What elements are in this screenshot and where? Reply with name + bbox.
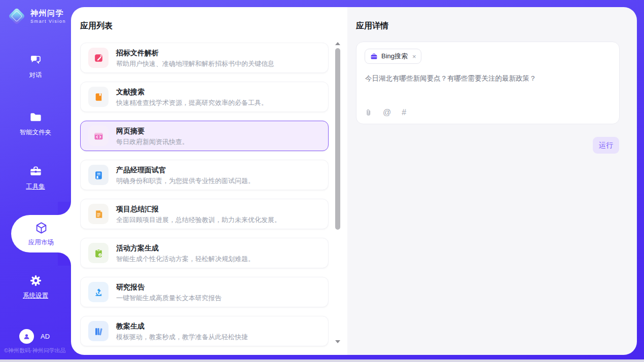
prompt-input[interactable]: Bing搜索 × 今日湖北有哪些新闻要点？有哪些需要关注的最新政策？ @ # (356, 42, 620, 124)
app-card-literature-search[interactable]: 文献搜索快速精准查找学术资源，提高研究效率的必备工具。 (80, 82, 329, 112)
app-card-description: 一键智能生成高质量长文本研究报告 (116, 295, 222, 301)
app-card-description: 帮助用户快速、准确地理解和解析招标书中的关键信息 (116, 60, 274, 67)
mention-icon[interactable]: @ (383, 108, 391, 117)
app-card-event-plan[interactable]: 活动方案生成智能生成个性化活动方案，轻松解决规划难题。 (80, 238, 329, 268)
sidebar-item-label: 对话 (29, 71, 42, 80)
app-list-panel: 应用列表 招标文件解析帮助用户快速、准确地理解和解析招标书中的关键信息文献搜索快… (71, 7, 347, 355)
toolbox-icon (29, 165, 43, 178)
microscope-icon (88, 282, 109, 302)
tool-tag-label: Bing搜索 (381, 52, 408, 61)
sidebar-item-label: 智能文件夹 (20, 128, 52, 137)
app-card-description: 全面回顾项目进展，总结经验教训，助力未来优化发展。 (116, 216, 281, 223)
prompt-text[interactable]: 今日湖北有哪些新闻要点？有哪些需要关注的最新政策？ (365, 74, 612, 83)
app-card-research-report[interactable]: 研究报告一键智能生成高质量长文本研究报告 (80, 277, 329, 307)
run-button[interactable]: 运行 (593, 137, 619, 154)
brand-logo: 神州问学 Smart Vision (8, 7, 66, 25)
note-icon (88, 204, 109, 224)
resume-icon (88, 165, 109, 185)
sidebar: 神州问学 Smart Vision 对话智能文件夹工具集应用市场系统设置 AD … (0, 0, 71, 362)
app-card-project-summary[interactable]: 项目总结汇报全面回顾项目进展，总结经验教训，助力未来优化发展。 (80, 199, 329, 229)
app-card-description: 模板驱动，教案秒成，教学准备从此轻松快捷 (116, 334, 248, 340)
sidebar-item-label: 系统设置 (23, 292, 48, 300)
app-window: 神州问学 Smart Vision 对话智能文件夹工具集应用市场系统设置 AD … (0, 0, 644, 362)
scroll-down-arrow-icon[interactable] (335, 340, 340, 343)
app-card-title: 项目总结汇报 (116, 205, 281, 212)
book-icon (88, 87, 109, 107)
app-card-title: 产品经理面试官 (116, 166, 255, 173)
copyright-text: ©神州数码·神州问学出品 (4, 347, 66, 354)
app-detail-title: 应用详情 (356, 21, 388, 31)
active-tab-curve-bottom (58, 252, 71, 266)
app-card-tender-analysis[interactable]: 招标文件解析帮助用户快速、准确地理解和解析招标书中的关键信息 (80, 43, 329, 73)
app-card-lesson-plan[interactable]: 教案生成模板驱动，教案秒成，教学准备从此轻松快捷 (80, 316, 329, 346)
tool-tag-bing-search[interactable]: Bing搜索 × (365, 49, 421, 64)
document-edit-icon (88, 48, 109, 68)
sidebar-item-chat[interactable]: 对话 (0, 53, 71, 80)
app-card-web-summary[interactable]: 网页摘要每日政府新闻资讯快查。 (80, 121, 329, 151)
books-icon (88, 321, 109, 341)
app-list: 招标文件解析帮助用户快速、准确地理解和解析招标书中的关键信息文献搜索快速精准查找… (80, 43, 329, 355)
clipboard-check-icon (88, 243, 109, 263)
app-card-title: 教案生成 (116, 322, 248, 330)
app-card-title: 招标文件解析 (116, 49, 274, 56)
scrollbar-thumb[interactable] (335, 48, 340, 230)
sidebar-item-toolset[interactable]: 工具集 (0, 165, 71, 191)
browser-code-icon (88, 126, 109, 146)
briefcase-icon (370, 53, 378, 60)
app-card-pm-interviewer[interactable]: 产品经理面试官明确身份和职责，为您提供专业性的面试问题。 (80, 160, 329, 190)
chat-icon (29, 53, 43, 67)
sidebar-item-smart-folder[interactable]: 智能文件夹 (0, 111, 71, 137)
app-card-title: 文献搜索 (116, 88, 268, 95)
sidebar-item-system-settings[interactable]: 系统设置 (0, 274, 71, 300)
avatar (19, 329, 34, 344)
user-initials: AD (41, 333, 50, 340)
hash-icon[interactable]: # (402, 108, 406, 117)
app-card-description: 智能生成个性化活动方案，轻松解决规划难题。 (116, 256, 255, 262)
app-detail-panel: 应用详情 Bing搜索 × 今日湖北有哪些新闻要点？有哪些需要关注的最新政策？ … (347, 7, 637, 355)
main-content: 应用列表 招标文件解析帮助用户快速、准确地理解和解析招标书中的关键信息文献搜索快… (71, 7, 637, 355)
app-card-title: 活动方案生成 (116, 244, 255, 251)
folder-icon (29, 111, 43, 124)
brand-name: 神州问学 (30, 9, 66, 17)
active-tab-curve-top (58, 202, 71, 215)
sidebar-item-label: 应用市场 (28, 238, 54, 247)
scroll-up-arrow-icon[interactable] (335, 42, 340, 45)
paperclip-icon[interactable] (365, 108, 372, 117)
app-card-description: 快速精准查找学术资源，提高研究效率的必备工具。 (116, 99, 268, 106)
app-card-description: 每日政府新闻资讯快查。 (116, 138, 189, 145)
cube-icon (34, 221, 48, 235)
brand-subtitle: Smart Vision (30, 19, 66, 24)
scrollbar (335, 42, 340, 343)
sidebar-item-label: 工具集 (26, 183, 45, 191)
app-card-description: 明确身份和职责，为您提供专业性的面试问题。 (116, 177, 255, 184)
app-card-title: 网页摘要 (116, 127, 189, 134)
composer-toolbar: @ # (365, 108, 406, 117)
sidebar-item-app-market[interactable]: 应用市场 (11, 215, 71, 252)
app-list-title: 应用列表 (80, 21, 113, 31)
app-card-title: 研究报告 (116, 283, 222, 291)
person-icon (22, 332, 31, 341)
brand-diamond-icon (8, 8, 25, 25)
tag-close-icon[interactable]: × (412, 53, 416, 60)
gear-icon (29, 274, 43, 287)
user-account[interactable]: AD (19, 329, 50, 344)
